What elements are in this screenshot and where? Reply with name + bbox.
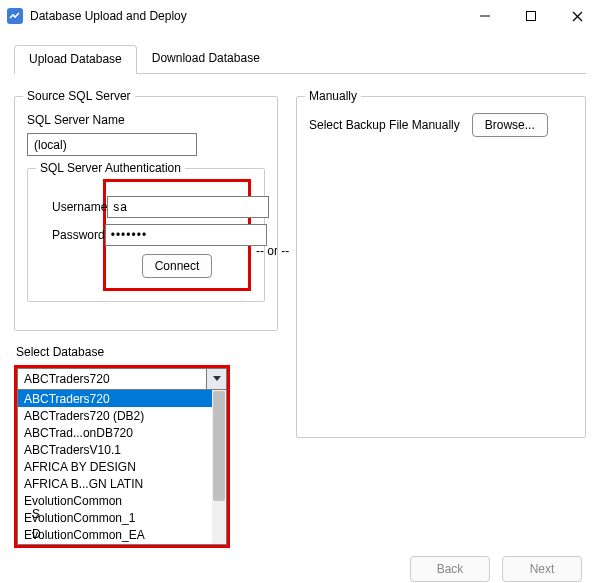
manually-legend: Manually [305,89,361,103]
tab-download-database[interactable]: Download Database [137,44,275,73]
list-item[interactable]: ABCTrad...onDB720 [18,424,226,441]
list-item[interactable]: AFRICA B...GN LATIN [18,475,226,492]
sql-server-name-label: SQL Server Name [27,113,265,127]
tab-upload-database[interactable]: Upload Database [14,45,137,74]
sql-server-name-input[interactable] [27,133,197,156]
list-item[interactable]: AFRICA BY DESIGN [18,458,226,475]
auth-highlight: Username Password Connect [103,179,251,291]
window-controls [462,0,600,32]
next-button[interactable]: Next [502,556,582,582]
select-backup-label: Select Backup File Manually [309,118,460,132]
source-sql-server-group: Source SQL Server SQL Server Name SQL Se… [14,96,278,331]
window-title: Database Upload and Deploy [30,9,462,23]
app-icon [6,7,24,25]
dropdown-scrollbar[interactable] [212,390,226,544]
sql-auth-legend: SQL Server Authentication [36,161,185,175]
svg-rect-2 [527,12,536,21]
source-legend: Source SQL Server [23,89,135,103]
list-item[interactable]: ABCTraders720 (DB2) [18,407,226,424]
footer: Back Next [0,548,600,583]
close-button[interactable] [554,0,600,32]
scroll-thumb[interactable] [213,391,225,501]
minimize-button[interactable] [462,0,508,32]
titlebar: Database Upload and Deploy [0,0,600,32]
sql-auth-group: SQL Server Authentication Username Passw… [27,168,265,302]
chevron-down-icon[interactable] [206,369,226,389]
username-input[interactable] [107,196,269,218]
back-button[interactable]: Back [410,556,490,582]
list-item[interactable]: ABCTradersV10.1 [18,441,226,458]
manually-group: Manually Select Backup File Manually Bro… [296,96,586,438]
content-area: Upload Database Download Database -- or … [0,32,600,548]
tab-strip: Upload Database Download Database [14,44,586,74]
password-label: Password [52,228,105,242]
list-item[interactable]: ABCTraders720 [18,390,226,407]
database-combobox[interactable]: ABCTraders720 [17,368,227,390]
browse-button[interactable]: Browse... [472,113,548,137]
select-database-label: Select Database [16,345,278,359]
maximize-button[interactable] [508,0,554,32]
database-selected-value: ABCTraders720 [18,369,206,389]
obscured-text: S D [32,504,52,544]
username-label: Username [52,200,107,214]
connect-button[interactable]: Connect [142,254,213,278]
password-input[interactable] [105,224,267,246]
